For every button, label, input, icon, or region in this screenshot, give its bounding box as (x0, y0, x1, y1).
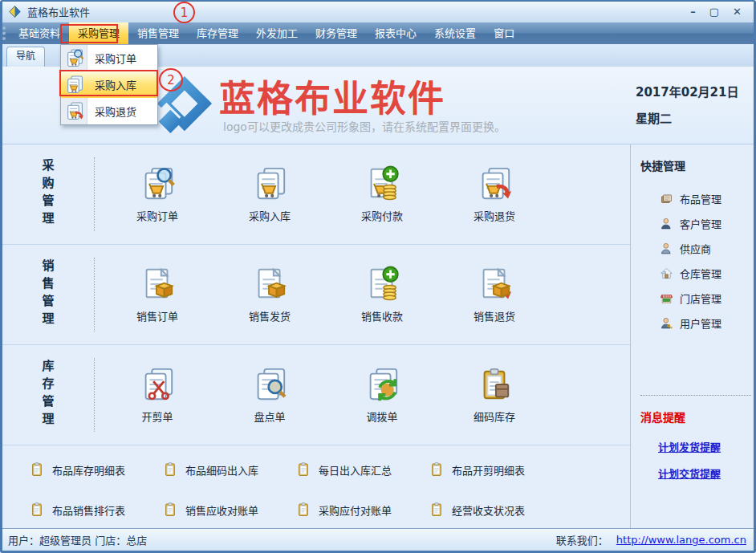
report-icon (162, 461, 178, 478)
sales-return-icon (476, 266, 513, 303)
link-planned-shipment-reminder[interactable]: 计划发货提醒 (658, 439, 751, 454)
menu-purchase[interactable]: 采购管理 (69, 22, 128, 44)
purchase-order-icon (64, 48, 84, 68)
shortcut-sales-delivery[interactable]: 销售发货 (213, 245, 326, 344)
report-icon (162, 501, 178, 518)
purchase-order-icon (139, 165, 176, 202)
section-sales: 销售管理 销售订单 销售发货 销售收款 (0, 245, 630, 345)
section-purchase: 采购管理 采购订单 采购入库 采购付款 (0, 144, 630, 245)
menu-sales[interactable]: 销售管理 (128, 22, 188, 44)
report-icon (429, 461, 445, 478)
annotation-step-1: 1 (173, 2, 195, 23)
user-key-icon (660, 316, 673, 330)
purchase-return-icon (64, 101, 84, 121)
content-area: 采购管理 采购订单 采购入库 采购付款 (0, 144, 756, 528)
report-income-expense[interactable]: 经营收支状况表 (429, 501, 526, 518)
current-weekday: 星期二 (636, 109, 748, 126)
purchase-payment-icon (364, 165, 400, 202)
menu-item-purchase-inbound[interactable]: 采购入库 (61, 71, 157, 98)
current-date: 2017年02月21日 (636, 83, 748, 100)
close-button[interactable]: ✕ (733, 6, 742, 17)
shortcut-sales-order[interactable]: 销售订单 (101, 245, 213, 344)
sidebar-item-warehouse[interactable]: 仓库管理 (660, 261, 751, 286)
report-payable-statement[interactable]: 采购应付对账单 (295, 501, 392, 518)
customer-icon (660, 217, 673, 230)
menu-finance[interactable]: 财务管理 (307, 22, 366, 44)
report-daily-io-summary[interactable]: 每日出入库汇总 (295, 461, 392, 478)
title-bar: 蓝格布业软件 – ▢ ✕ (0, 0, 756, 22)
shortcut-cutting-sheet[interactable]: 开剪单 (101, 345, 213, 445)
menu-system-settings[interactable]: 系统设置 (425, 22, 485, 44)
report-icon (29, 501, 45, 518)
main-panel: 采购管理 采购订单 采购入库 采购付款 (0, 144, 630, 528)
shortcut-purchase-payment[interactable]: 采购付款 (326, 144, 438, 244)
report-icon (29, 461, 45, 478)
report-sales-ranking[interactable]: 布品销售排行表 (29, 501, 126, 518)
app-window: 蓝格布业软件 – ▢ ✕ 基础资料 采购管理 销售管理 库存管理 外发加工 财务… (0, 0, 756, 553)
sales-order-icon (139, 266, 176, 303)
sidebar-item-store[interactable]: 门店管理 (660, 286, 751, 311)
brand-subtitle: logo可以更改成贵公司形象图，请在系统配置界面更换。 (223, 118, 506, 134)
purchase-inbound-icon (64, 75, 84, 95)
purchase-return-icon (476, 165, 513, 202)
stocktake-icon (251, 366, 288, 403)
shortcut-sales-receipt[interactable]: 销售收款 (326, 245, 438, 344)
brand-title: 蓝格布业软件 (219, 70, 445, 122)
report-icon (295, 461, 311, 478)
shortcut-purchase-return[interactable]: 采购退货 (438, 144, 551, 244)
window-controls: – ▢ ✕ (690, 6, 748, 17)
transfer-icon (364, 366, 400, 403)
tab-navigation[interactable]: 导航 (6, 47, 45, 67)
menu-item-purchase-return[interactable]: 采购退货 (61, 98, 157, 124)
section-sales-title: 销售管理 (0, 245, 95, 344)
sidebar-item-supplier[interactable]: 供应商 (660, 236, 751, 261)
menu-window[interactable]: 窗口 (485, 22, 523, 44)
contact-label: 联系我们： (556, 532, 608, 547)
shortcut-transfer[interactable]: 调拨单 (326, 345, 438, 445)
shortcut-purchase-inbound[interactable]: 采购入库 (213, 144, 326, 244)
sidebar-item-fabric[interactable]: 布品管理 (660, 186, 751, 211)
shortcut-detail-stock[interactable]: 细码库存 (438, 345, 551, 445)
sales-delivery-icon (251, 266, 288, 303)
menu-grip (2, 26, 10, 40)
report-fabric-code-io[interactable]: 布品细码出入库 (162, 461, 259, 478)
sidebar-item-customer[interactable]: 客户管理 (660, 211, 751, 236)
menu-basic-data[interactable]: 基础资料 (10, 22, 69, 44)
minimize-button[interactable]: – (690, 6, 696, 17)
sidebar-item-user[interactable]: 用户管理 (660, 311, 751, 335)
link-planned-delivery-reminder[interactable]: 计划交货提醒 (658, 466, 751, 481)
warehouse-icon (660, 266, 673, 280)
menu-item-purchase-order[interactable]: 采购订单 (61, 45, 157, 71)
menu-outsourcing[interactable]: 外发加工 (247, 22, 307, 44)
section-inventory-title: 库存管理 (0, 345, 95, 445)
report-cutting-detail[interactable]: 布品开剪明细表 (429, 461, 526, 478)
section-inventory: 库存管理 开剪单 盘点单 调拨单 (0, 345, 630, 445)
app-diamond-icon (8, 5, 22, 18)
right-sidebar: 快捷管理 布品管理 客户管理 供应商 仓库管理 (630, 144, 756, 528)
purchase-inbound-icon (251, 165, 288, 202)
shortcut-stocktake[interactable]: 盘点单 (213, 345, 326, 445)
window-title: 蓝格布业软件 (27, 4, 90, 19)
sales-receipt-icon (364, 266, 400, 303)
report-icon (429, 501, 445, 518)
report-fabric-stock-detail[interactable]: 布品库存明细表 (29, 461, 126, 478)
cutting-sheet-icon (139, 366, 176, 403)
section-purchase-title: 采购管理 (0, 144, 95, 244)
maximize-button[interactable]: ▢ (709, 6, 719, 17)
website-link[interactable]: http://www.lange.com.cn (616, 534, 746, 546)
quick-manage-title: 快捷管理 (640, 157, 751, 173)
annotation-step-2: 2 (159, 68, 183, 91)
shortcut-sales-return[interactable]: 销售退货 (438, 245, 551, 344)
fabric-icon (660, 192, 673, 205)
date-block: 2017年02月21日 星期二 (636, 83, 748, 126)
menu-inventory[interactable]: 库存管理 (188, 22, 247, 44)
message-reminder-title: 消息提醒 (640, 409, 751, 425)
supplier-icon (660, 242, 673, 255)
detail-stock-icon (476, 366, 513, 403)
report-icon (295, 501, 311, 518)
report-receivable-statement[interactable]: 销售应收对账单 (162, 501, 259, 518)
shortcut-purchase-order[interactable]: 采购订单 (101, 144, 213, 244)
menu-reports[interactable]: 报表中心 (366, 22, 425, 44)
menu-bar: 基础资料 采购管理 销售管理 库存管理 外发加工 财务管理 报表中心 系统设置 … (0, 22, 756, 44)
status-bar: 用户：超级管理员 门店：总店 联系我们： http://www.lange.co… (0, 528, 756, 551)
